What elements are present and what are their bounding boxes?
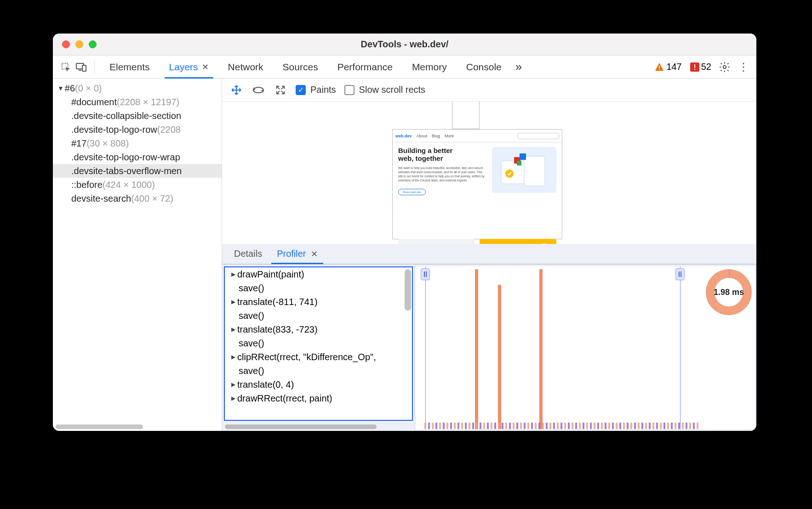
panel-tabs: Elements Layers ✕ Network Sources Perfor… [53, 56, 756, 79]
command-text: save() [239, 283, 264, 294]
hero-copy: We want to help you build beautiful, acc… [398, 166, 487, 182]
command-row[interactable]: save() [225, 309, 412, 322]
tree-dim: (400 × 72) [131, 193, 173, 204]
vertical-scrollbar[interactable] [405, 269, 411, 311]
tab-label: Console [466, 62, 502, 73]
tree-label: #document [71, 97, 117, 107]
disclosure-triangle-icon[interactable]: ▶ [231, 299, 235, 305]
tree-dim: (30 × 808) [86, 138, 129, 149]
errors-badge[interactable]: 52 [690, 62, 711, 72]
tree-item[interactable]: #document(2208 × 12197) [53, 95, 222, 109]
horizontal-scrollbar[interactable] [53, 423, 222, 431]
tree-label: #6 [65, 83, 75, 94]
disclosure-triangle-icon[interactable]: ▶ [231, 381, 235, 388]
error-icon [690, 62, 699, 72]
tab-layers[interactable]: Layers ✕ [161, 56, 217, 78]
titlebar: DevTools - web.dev/ [53, 34, 756, 56]
tab-memory[interactable]: Memory [404, 56, 455, 78]
disclosure-triangle-icon[interactable]: ▶ [231, 271, 235, 277]
svg-rect-24 [424, 271, 425, 277]
tree-item[interactable]: #17(30 × 808) [53, 136, 222, 150]
command-row[interactable]: ▶drawRRect(rrect, paint) [225, 391, 412, 405]
tree-item[interactable]: .devsite-top-logo-row(2208 [53, 123, 222, 136]
svg-rect-25 [426, 271, 427, 277]
tabs-overflow[interactable]: » [513, 56, 525, 78]
layers-3d-view[interactable]: web.dev About Blog More Building a bette… [222, 102, 756, 244]
warnings-badge[interactable]: 147 [654, 62, 681, 72]
horizontal-scrollbar[interactable] [222, 423, 415, 431]
tab-console[interactable]: Console [458, 56, 510, 78]
tab-label: Layers [169, 62, 198, 73]
more-icon[interactable]: ⋮ [738, 61, 748, 74]
paints-checkbox[interactable]: ✓ Paints [296, 85, 336, 95]
command-text: save() [239, 311, 264, 321]
disclosure-triangle-icon[interactable]: ▶ [231, 326, 235, 333]
profiler-panel: 1.98 ms [415, 265, 756, 431]
svg-rect-11 [524, 156, 545, 186]
tree-item[interactable]: .devsite-top-logo-row-wrap [53, 150, 222, 164]
inspect-icon[interactable] [59, 61, 72, 74]
checkbox-label: Paints [310, 85, 336, 95]
svg-rect-7 [694, 69, 695, 70]
command-row[interactable]: ▶translate(833, -723) [225, 322, 412, 336]
command-list[interactable]: ▶drawPaint(paint)save()▶translate(-811, … [224, 266, 413, 421]
tree-item[interactable]: .devsite-tabs-overflow-men [53, 164, 222, 178]
tab-label: Profiler [277, 249, 306, 259]
tree-item[interactable]: devsite-search(400 × 72) [53, 192, 222, 205]
disclosure-triangle-icon[interactable]: ▼ [57, 85, 64, 92]
command-row[interactable]: ▶translate(-811, 741) [225, 295, 412, 309]
command-row[interactable]: save() [225, 336, 412, 350]
command-text: translate(833, -723) [237, 324, 318, 335]
layer-frame [452, 102, 480, 129]
search-box [518, 133, 559, 139]
layers-tree-panel: ▼ #6 (0 × 0) #document(2208 × 12197).dev… [53, 79, 222, 431]
close-window-button[interactable] [62, 40, 70, 48]
tab-details[interactable]: Details [227, 244, 269, 264]
command-row[interactable]: ▶translate(0, 4) [225, 378, 412, 391]
command-row[interactable]: save() [225, 364, 412, 378]
disclosure-triangle-icon[interactable]: ▶ [231, 354, 235, 360]
command-row[interactable]: ▶clipRRect(rrect, "kDifference_Op", [225, 350, 412, 364]
tree-item[interactable]: .devsite-collapsible-section [53, 109, 222, 123]
pan-icon[interactable] [229, 83, 243, 97]
tab-label: Network [228, 62, 263, 73]
command-row[interactable]: ▶drawPaint(paint) [225, 267, 412, 281]
tab-network[interactable]: Network [220, 56, 272, 78]
range-handle-left[interactable] [421, 268, 430, 280]
tree-label: ::before [71, 180, 103, 190]
window-title: DevTools - web.dev/ [361, 39, 449, 50]
zoom-window-button[interactable] [89, 40, 97, 48]
command-row[interactable]: save() [225, 281, 412, 295]
tree-label: #17 [71, 138, 86, 149]
command-text: drawPaint(paint) [237, 269, 304, 280]
reset-view-icon[interactable] [274, 83, 287, 97]
settings-button[interactable] [719, 61, 731, 73]
tree-root[interactable]: ▼ #6 (0 × 0) [53, 81, 222, 95]
minimize-window-button[interactable] [75, 40, 83, 48]
profiler-timeline[interactable]: 1.98 ms [415, 266, 755, 429]
disclosure-triangle-icon[interactable]: ▶ [231, 395, 235, 402]
rotate-icon[interactable] [252, 83, 265, 97]
tree-item[interactable]: ::before(424 × 1000) [53, 178, 222, 192]
layers-tree[interactable]: ▼ #6 (0 × 0) #document(2208 × 12197).dev… [53, 79, 222, 423]
flame-bar [475, 269, 478, 429]
tab-label: Details [234, 249, 262, 259]
close-icon[interactable]: ✕ [311, 249, 318, 259]
device-toggle-icon[interactable] [75, 61, 88, 74]
tab-performance[interactable]: Performance [329, 56, 401, 78]
command-text: save() [239, 338, 264, 349]
warning-icon [654, 62, 664, 72]
tab-elements[interactable]: Elements [101, 56, 158, 78]
flame-bar [498, 285, 501, 429]
slow-scroll-checkbox[interactable]: Slow scroll rects [344, 85, 425, 95]
nav-item: Blog [432, 134, 440, 138]
errors-count: 52 [701, 62, 711, 72]
tab-sources[interactable]: Sources [274, 56, 326, 78]
promo-card: INP is now a [480, 239, 556, 244]
close-icon[interactable]: ✕ [202, 62, 209, 72]
tab-profiler[interactable]: Profiler ✕ [269, 244, 325, 264]
range-handle-right[interactable] [675, 268, 685, 280]
tab-label: Sources [283, 62, 318, 73]
command-log-panel: ▶drawPaint(paint)save()▶translate(-811, … [222, 265, 415, 431]
tree-label: .devsite-top-logo-row [71, 124, 157, 135]
